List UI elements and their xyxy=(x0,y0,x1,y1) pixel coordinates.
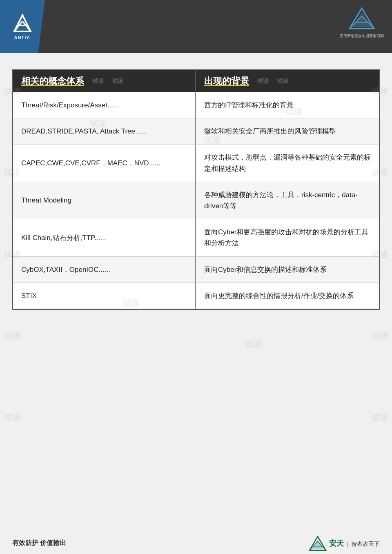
wm-side-r4: 试读 xyxy=(372,331,388,342)
table-row-left-4: Kill Chain,钻石分析,TTP...... xyxy=(13,219,196,256)
th-wm-4: 试读 xyxy=(277,78,288,85)
table-row-left-1: DREAD,STRIDE,PASTA, Attack Tree...... xyxy=(13,118,196,145)
table-row-left-5: CybOX,TAXII，OpenIOC...... xyxy=(13,257,196,283)
footer-brand-text: 安天 xyxy=(329,539,344,547)
footer-logo-icon xyxy=(309,535,327,552)
table-row-right-4: 面向Cyber和更高强度的攻击和对抗的场景的分析工具和分析方法 xyxy=(196,219,379,256)
table-row-right-0: 西方的IT管理和标准化的背景 xyxy=(196,92,379,118)
th-wm-3: 试读 xyxy=(257,78,269,85)
col1-header: 相关的概念体系 试读 试读 xyxy=(13,70,196,92)
top-right-brand: 安天网络安全冬训营第四期 xyxy=(340,6,384,39)
main-table: 相关的概念体系 试读 试读 出现的背景 试读 试读 Threat/Risk/Ex… xyxy=(12,69,380,310)
table-row-left-2: CAPEC,CWE,CVE,CVRF，MAEC，NVD...... xyxy=(13,145,196,182)
th-wm-1: 试读 xyxy=(92,78,104,85)
footer-left-text: 有效防护 价值输出 xyxy=(12,539,66,547)
brand-icon xyxy=(347,6,376,33)
table-body: Threat/Risk/Exposure/Asset......西方的IT管理和… xyxy=(13,92,379,309)
wm-side-r5: 试读 xyxy=(372,412,388,423)
footer-brand-sub: 智者敌天下 xyxy=(351,541,380,547)
header: ANTIY. 试读 试读 试读 试读 试读 试读 试读 安天网络安全冬训营第四期 xyxy=(0,0,392,53)
table-row-right-2: 对攻击模式，脆弱点，漏洞等各种基础的安全元素的标定和描述结构 xyxy=(196,145,379,182)
wm-side-4: 试读 xyxy=(4,331,20,342)
antiy-logo-icon xyxy=(10,13,35,33)
table-header: 相关的概念体系 试读 试读 出现的背景 试读 试读 xyxy=(13,70,379,92)
wm-mid-5: 试读 xyxy=(245,339,261,350)
table-row-left-3: Threat Modeling xyxy=(13,182,196,219)
logo-text: ANTIY. xyxy=(14,35,31,40)
table-row-right-3: 各种威胁建模的方法论，工具，risk-centric，data-driven等等 xyxy=(196,182,379,219)
table-row-left-6: STIX xyxy=(13,283,196,309)
table-row-right-5: 面向Cyber和信息交换的描述和标准体系 xyxy=(196,257,379,283)
table-row-left-0: Threat/Risk/Exposure/Asset...... xyxy=(13,92,196,118)
table-row-right-1: 微软和相关安全厂商所推出的风险管理模型 xyxy=(196,118,379,145)
logo-block: ANTIY. xyxy=(0,0,45,53)
footer-brand-group: 安天 | 智者敌天下 xyxy=(329,538,380,548)
wm-side-5: 试读 xyxy=(4,412,20,423)
main-content: 试读 试读 试读 试读 试读 试读 试读 试读 试读 试读 试读 试读 试读 试… xyxy=(0,53,392,518)
brand-subtitle: 安天网络安全冬训营第四期 xyxy=(340,33,384,39)
footer-right-brand: 安天 | 智者敌天下 xyxy=(309,535,380,552)
th-wm-2: 试读 xyxy=(112,78,123,85)
footer: 有效防护 价值输出 安天 | 智者敌天下 xyxy=(0,527,392,554)
table-row-right-6: 面向更完整的综合性的情报分析/作业/交换的体系 xyxy=(196,283,379,309)
col2-header: 出现的背景 试读 试读 xyxy=(196,70,379,92)
